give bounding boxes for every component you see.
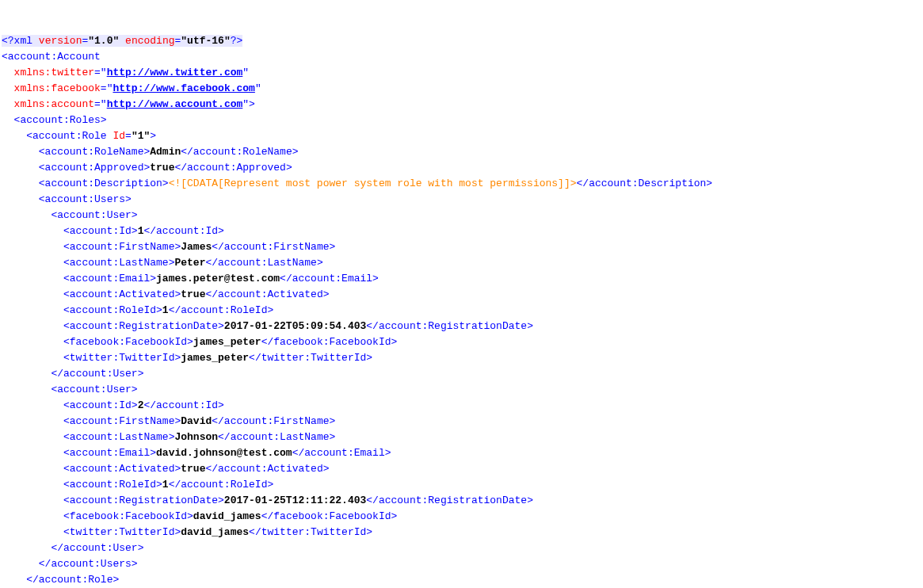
xmlns-facebook-attr: xmlns:facebook [14, 82, 101, 94]
user2-lastname-close: </account:LastName> [218, 431, 335, 443]
user2-firstname-close: </account:FirstName> [212, 415, 335, 427]
version-attr: version [39, 35, 82, 47]
user2-id-close: </account:Id> [143, 399, 223, 411]
user2-tw-close: </twitter:TwitterId> [249, 526, 372, 538]
user2-close: </account:User> [51, 542, 143, 554]
rolename-val: Admin [150, 146, 181, 158]
user1-firstname-val: James [181, 241, 212, 253]
role-id-val: "1" [132, 130, 150, 142]
facebook-url-link[interactable]: http://www.facebook.com [113, 82, 254, 94]
twitter-url-link[interactable]: http://www.twitter.com [107, 67, 243, 78]
user2-lastname-val: Johnson [174, 431, 218, 443]
user1-roleid-open: <account:RoleId> [63, 304, 162, 316]
account-url-link[interactable]: http://www.account.com [107, 98, 243, 110]
xmlns-account-attr: xmlns:account [14, 98, 94, 110]
approved-val: true [150, 162, 174, 174]
user1-regdate-close: </account:RegistrationDate> [366, 320, 533, 332]
user2-fb-close: </facebook:FacebookId> [261, 510, 398, 522]
user1-tw-open: <twitter:TwitterId> [63, 352, 181, 364]
user2-activated-open: <account:Activated> [63, 463, 181, 475]
account-open-end: "> [242, 98, 255, 110]
user2-activated-close: </account:Activated> [205, 463, 329, 475]
xmlns-twitter-attr: xmlns:twitter [14, 67, 94, 78]
user1-id-open: <account:Id> [63, 225, 138, 237]
user1-roleid-close: </account:RoleId> [169, 304, 274, 316]
user1-email-close: </account:Email> [280, 273, 379, 284]
role-open: <account:Role [26, 130, 106, 142]
user1-open: <account:User> [51, 209, 137, 221]
user1-tw-val: james_peter [181, 352, 249, 364]
xml-decl-close: ?> [231, 35, 243, 47]
user1-regdate-open: <account:RegistrationDate> [63, 320, 224, 332]
user2-fb-open: <facebook:FacebookId> [63, 510, 193, 522]
roles-open: <account:Roles> [14, 114, 107, 126]
description-close: </account:Description> [577, 178, 713, 189]
user1-fb-close: </facebook:FacebookId> [261, 336, 398, 348]
user1-email-val: james.peter@test.com [156, 273, 280, 284]
user2-roleid-val: 1 [162, 479, 169, 491]
user1-close: </account:User> [51, 368, 143, 380]
user1-fb-open: <facebook:FacebookId> [63, 336, 193, 348]
user2-regdate-val: 2017-01-25T12:11:22.403 [224, 494, 366, 506]
user1-lastname-val: Peter [174, 257, 205, 269]
user2-regdate-open: <account:RegistrationDate> [63, 494, 224, 506]
user2-fb-val: david_james [193, 510, 261, 522]
user1-firstname-close: </account:FirstName> [212, 241, 335, 253]
user2-activated-val: true [181, 463, 205, 475]
xml-decl-xml: xml [14, 35, 32, 47]
user2-lastname-open: <account:LastName> [63, 431, 174, 443]
xml-decl-open: <? [2, 35, 14, 47]
user1-activated-open: <account:Activated> [63, 288, 181, 300]
rolename-close: </account:RoleName> [181, 146, 298, 158]
user1-roleid-val: 1 [162, 304, 169, 316]
approved-open: <account:Approved> [39, 162, 150, 174]
user2-email-val: david.johnson@test.com [156, 447, 292, 459]
rolename-open: <account:RoleName> [39, 146, 150, 158]
user1-regdate-val: 2017-01-22T05:09:54.403 [224, 320, 366, 332]
user1-lastname-open: <account:LastName> [63, 257, 174, 269]
user2-open: <account:User> [51, 384, 137, 395]
user2-id-open: <account:Id> [63, 399, 138, 411]
user1-activated-val: true [181, 288, 205, 300]
users-open: <account:Users> [39, 193, 132, 205]
user1-lastname-close: </account:LastName> [205, 257, 322, 269]
approved-close: </account:Approved> [174, 162, 292, 174]
description-cdata: <![CDATA[Represent most power system rol… [169, 178, 577, 189]
account-open: <account:Account [2, 51, 101, 63]
user2-tw-open: <twitter:TwitterId> [63, 526, 181, 538]
version-val: "1.0" [88, 35, 119, 47]
user2-roleid-close: </account:RoleId> [169, 479, 274, 491]
xml-document: <?xml version="1.0" encoding="utf-16"?> … [2, 33, 921, 588]
user1-fb-val: james_peter [193, 336, 261, 348]
user2-tw-val: david_james [181, 526, 249, 538]
user1-id-close: </account:Id> [143, 225, 223, 237]
role-close: </account:Role> [26, 574, 119, 586]
encoding-val: "utf-16" [181, 35, 230, 47]
xml-declaration-line: <?xml version="1.0" encoding="utf-16"?> [2, 35, 242, 47]
user1-email-open: <account:Email> [63, 273, 156, 284]
description-open: <account:Description> [39, 178, 169, 189]
users-close: </account:Users> [39, 558, 138, 570]
user2-email-open: <account:Email> [63, 447, 156, 459]
user1-tw-close: </twitter:TwitterId> [249, 352, 372, 364]
user1-activated-close: </account:Activated> [205, 288, 329, 300]
user2-email-close: </account:Email> [292, 447, 391, 459]
user2-regdate-close: </account:RegistrationDate> [366, 494, 533, 506]
user1-firstname-open: <account:FirstName> [63, 241, 181, 253]
encoding-attr: encoding [125, 35, 174, 47]
user2-firstname-open: <account:FirstName> [63, 415, 181, 427]
user2-roleid-open: <account:RoleId> [63, 479, 162, 491]
role-id-attr: Id [113, 130, 125, 142]
user2-firstname-val: David [181, 415, 212, 427]
